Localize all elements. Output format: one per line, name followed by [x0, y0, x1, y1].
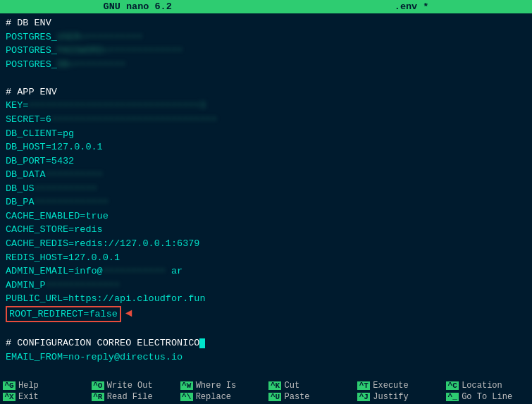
shortcut-replace[interactable]: ^\ Replace	[178, 391, 266, 403]
shortcut-key-g: ^G	[3, 381, 16, 390]
line-db-data: DB_DATA••••••••••	[6, 168, 526, 182]
shortcut-row-1: ^G Help ^O Write Out ^W Where Is ^K Cut …	[0, 380, 532, 391]
line-app-env: # APP ENV	[6, 85, 526, 99]
shortcut-label-read-file: Read File	[107, 392, 153, 402]
title-bar: GNU nano 6.2 .env *	[0, 0, 532, 13]
shortcut-exit[interactable]: ^X Exit	[0, 391, 89, 403]
line-cache-redis: CACHE_REDIS=redis://127.0.0.1:6379	[6, 237, 526, 251]
shortcut-where-is[interactable]: ^W Where Is	[178, 380, 266, 391]
shortcut-bar: ^G Help ^O Write Out ^W Where Is ^K Cut …	[0, 377, 532, 404]
line-db-pass: DB_PA•••••••••••••	[6, 195, 526, 209]
shortcut-key-k: ^K	[268, 381, 281, 390]
line-config-correo: # CONFIGURACION CORREO ELECTRONICO	[6, 336, 526, 350]
shortcut-label-justify: Justify	[373, 392, 408, 402]
line-admin-email: ADMIN_EMAIL=info@••••••••••• ar	[6, 264, 526, 278]
line-empty1	[6, 71, 526, 85]
shortcut-key-backslash: ^\	[180, 393, 193, 401]
line-cache-enabled: CACHE_ENABLED=true	[6, 209, 526, 224]
shortcut-row-2: ^X Exit ^R Read File ^\ Replace ^U Paste…	[0, 391, 532, 403]
shortcut-location[interactable]: ^C Location	[443, 380, 532, 391]
shortcut-label-execute: Execute	[373, 381, 408, 391]
highlighted-value: ROOT_REDIRECT=false	[6, 306, 121, 323]
shortcut-justify[interactable]: ^J Justify	[354, 391, 443, 403]
line-admin-pass: ADMIN_P•••••••••••••	[6, 278, 526, 293]
line-db-env: # DB ENV	[6, 16, 526, 30]
shortcut-execute[interactable]: ^T Execute	[354, 380, 443, 391]
shortcut-go-to-line[interactable]: ^_ Go To Line	[443, 391, 532, 403]
shortcut-write-out[interactable]: ^O Write Out	[89, 380, 178, 391]
editor-area[interactable]: # DB ENV POSTGRES_USER=•••••••••• POSTGR…	[0, 13, 532, 377]
shortcut-key-j: ^J	[357, 393, 370, 401]
shortcut-label-exit: Exit	[18, 392, 39, 402]
shortcut-read-file[interactable]: ^R Read File	[89, 391, 178, 403]
shortcut-label-where-is: Where Is	[196, 381, 237, 391]
line-postgres-user: POSTGRES_USER=••••••••••	[6, 30, 526, 44]
line-root-redirect: ROOT_REDIRECT=false ◄	[6, 306, 526, 323]
shortcut-key-underscore: ^_	[446, 393, 459, 401]
shortcut-key-r: ^R	[92, 393, 104, 401]
terminal: GNU nano 6.2 .env * # DB ENV POSTGRES_US…	[0, 0, 532, 404]
shortcut-label-write-out: Write Out	[107, 381, 153, 391]
shortcut-label-cut: Cut	[284, 381, 299, 391]
shortcut-key-c: ^C	[446, 381, 459, 390]
shortcut-help[interactable]: ^G Help	[0, 380, 89, 391]
line-email-from: EMAIL_FROM=no-reply@directus.io	[6, 350, 526, 365]
app-name: GNU nano 6.2	[104, 1, 172, 12]
line-key: KEY=••••••••••••••••••••••••••••••3	[6, 99, 526, 113]
shortcut-key-t: ^T	[357, 381, 370, 390]
shortcut-paste[interactable]: ^U Paste	[266, 391, 354, 403]
line-redis-host: REDIS_HOST=127.0.0.1	[6, 251, 526, 265]
line-public-url: PUBLIC_URL=https://api.cloudfor.fun	[6, 292, 526, 306]
line-cache-store: CACHE_STORE=redis	[6, 223, 526, 237]
shortcut-label-go-to-line: Go To Line	[462, 392, 512, 402]
shortcut-label-replace: Replace	[196, 392, 231, 402]
line-db-host: DB_HOST=127.0.0.1	[6, 140, 526, 154]
line-postgres-db: POSTGRES_DB=•••••••••	[6, 58, 526, 72]
line-empty2	[6, 322, 526, 336]
shortcut-key-o: ^O	[92, 381, 104, 390]
line-db-client: DB_CLIENT=pg	[6, 127, 526, 141]
shortcut-label-location: Location	[462, 381, 502, 391]
shortcut-key-w: ^W	[180, 381, 193, 390]
shortcut-label-help: Help	[18, 381, 39, 391]
line-db-port: DB_PORT=5432	[6, 154, 526, 169]
line-secret: SECRET=6•••••••••••••••••••••••••••••	[6, 113, 526, 127]
line-db-user: DB_US•••••••••••	[6, 182, 526, 196]
shortcut-key-u: ^U	[268, 393, 281, 401]
line-postgres-pass: POSTGRES_PASSWORD=•••••••••••••	[6, 44, 526, 58]
shortcut-label-paste: Paste	[284, 392, 309, 402]
shortcut-cut[interactable]: ^K Cut	[266, 380, 354, 391]
red-arrow-icon: ◄	[125, 306, 132, 322]
file-name: .env *	[395, 1, 429, 12]
shortcut-key-x: ^X	[3, 393, 16, 401]
